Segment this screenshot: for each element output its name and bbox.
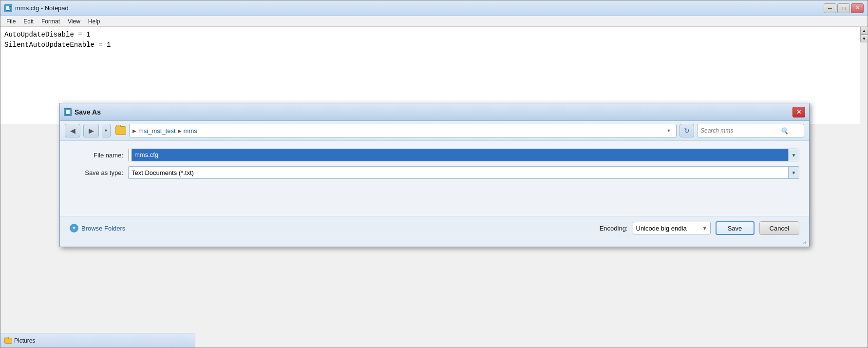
search-box: 🔍 bbox=[697, 124, 804, 137]
breadcrumb-part-2[interactable]: mms bbox=[184, 127, 197, 135]
window-controls: ─ □ ✕ bbox=[824, 3, 864, 13]
maximize-button[interactable]: □ bbox=[837, 3, 850, 13]
scroll-up-btn[interactable]: ▲ bbox=[860, 27, 868, 35]
forward-icon: ▶ bbox=[89, 127, 94, 135]
dialog-title-text: Save As bbox=[75, 108, 793, 116]
filetype-dropdown-arrow[interactable]: ▼ bbox=[788, 167, 799, 178]
filename-input[interactable]: mms.cfg bbox=[132, 149, 796, 161]
menu-edit[interactable]: Edit bbox=[19, 17, 38, 26]
window-title: mms.cfg - Notepad bbox=[15, 4, 824, 12]
encoding-value: Unicode big endia bbox=[636, 225, 687, 232]
filename-dropdown-arrow[interactable]: ▼ bbox=[788, 149, 799, 161]
search-icon: 🔍 bbox=[780, 127, 788, 135]
refresh-icon: ↻ bbox=[684, 127, 690, 135]
notepad-title-icon bbox=[4, 4, 12, 12]
dialog-spacer bbox=[70, 184, 799, 208]
menu-format[interactable]: Format bbox=[38, 17, 64, 26]
filetype-field-container: Text Documents (*.txt) ▼ bbox=[128, 166, 799, 179]
back-icon: ◀ bbox=[70, 127, 75, 135]
filename-field-container: mms.cfg ▼ bbox=[128, 149, 799, 161]
menu-view[interactable]: View bbox=[64, 17, 84, 26]
breadcrumb-bar: ▶ msi_mst_test ▶ mms ▼ bbox=[129, 124, 677, 137]
encoding-label: Encoding: bbox=[600, 225, 628, 232]
dialog-footer: ▼ Browse Folders Encoding: Unicode big e… bbox=[60, 216, 809, 240]
minimize-button[interactable]: ─ bbox=[824, 3, 836, 13]
browse-folders-label: Browse Folders bbox=[81, 225, 125, 232]
filename-label: File name: bbox=[70, 152, 123, 159]
menu-bar: File Edit Format View Help bbox=[0, 16, 868, 27]
encoding-dropdown[interactable]: Unicode big endia ▼ bbox=[633, 222, 711, 234]
folder-label: Pictures bbox=[14, 337, 35, 344]
footer-right: Encoding: Unicode big endia ▼ Save Cance… bbox=[600, 221, 799, 235]
save-button[interactable]: Save bbox=[716, 221, 755, 235]
encoding-dropdown-arrow: ▼ bbox=[702, 226, 707, 231]
notepad-window: mms.cfg - Notepad ─ □ ✕ File Edit Format… bbox=[0, 0, 868, 348]
breadcrumb-part-1[interactable]: msi_mst_test bbox=[138, 127, 176, 135]
scroll-down-btn[interactable]: ▼ bbox=[860, 35, 868, 42]
refresh-button[interactable]: ↻ bbox=[679, 124, 694, 137]
nav-dropdown-button[interactable]: ▼ bbox=[102, 124, 111, 137]
cancel-button[interactable]: Cancel bbox=[759, 221, 799, 235]
save-as-dialog: Save As ✕ ◀ ▶ ▼ ▶ msi_mst_test ▶ bbox=[59, 103, 810, 247]
filetype-label: Save as type: bbox=[70, 169, 123, 176]
breadcrumb-separator-1: ▶ bbox=[132, 128, 136, 134]
filename-row: File name: mms.cfg ▼ bbox=[70, 149, 799, 161]
forward-button[interactable]: ▶ bbox=[83, 124, 99, 137]
back-button[interactable]: ◀ bbox=[65, 124, 80, 137]
editor-content[interactable]: AutoUpdateDisable = 1 SilentAutoUpdateEn… bbox=[0, 27, 868, 53]
bottom-strip: Pictures bbox=[0, 333, 195, 348]
editor-line-2: SilentAutoUpdateEnable = 1 bbox=[4, 40, 864, 50]
close-button[interactable]: ✕ bbox=[851, 3, 864, 13]
dialog-body: File name: mms.cfg ▼ Save as type: Text … bbox=[60, 141, 809, 216]
filetype-row: Save as type: Text Documents (*.txt) ▼ bbox=[70, 166, 799, 179]
folder-nav-icon bbox=[115, 126, 126, 135]
menu-help[interactable]: Help bbox=[84, 17, 104, 26]
search-input[interactable] bbox=[700, 127, 778, 134]
dialog-close-button[interactable]: ✕ bbox=[793, 107, 805, 117]
editor-line-1: AutoUpdateDisable = 1 bbox=[4, 30, 864, 40]
title-bar: mms.cfg - Notepad ─ □ ✕ bbox=[0, 0, 868, 16]
resize-grip: ⊿ bbox=[802, 240, 808, 246]
dialog-resize-area: ⊿ bbox=[60, 240, 809, 247]
bottom-folder-item[interactable]: Pictures bbox=[4, 337, 35, 344]
nav-dropdown-icon: ▼ bbox=[104, 128, 108, 133]
breadcrumb-separator-2: ▶ bbox=[178, 128, 182, 134]
folder-icon bbox=[4, 338, 12, 344]
menu-file[interactable]: File bbox=[2, 17, 19, 26]
browse-folders-button[interactable]: ▼ Browse Folders bbox=[70, 224, 125, 232]
browse-icon: ▼ bbox=[70, 224, 78, 232]
dialog-nav-toolbar: ◀ ▶ ▼ ▶ msi_mst_test ▶ mms ▼ ↻ bbox=[60, 121, 809, 141]
breadcrumb-dropdown-button[interactable]: ▼ bbox=[664, 124, 673, 137]
dialog-overlay: Save As ✕ ◀ ▶ ▼ ▶ msi_mst_test ▶ bbox=[0, 103, 868, 247]
dialog-title-bar: Save As ✕ bbox=[60, 103, 809, 121]
dialog-title-icon bbox=[64, 108, 72, 116]
filetype-value: Text Documents (*.txt) bbox=[132, 169, 194, 176]
